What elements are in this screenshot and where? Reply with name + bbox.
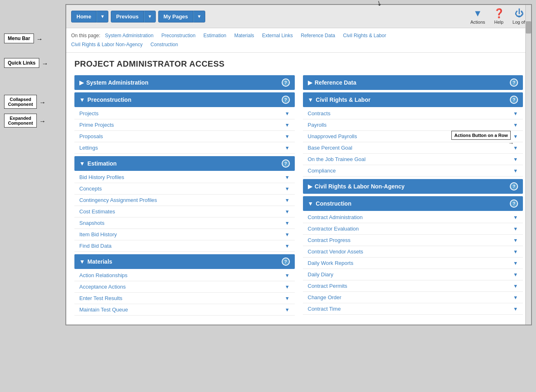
quick-link-materials[interactable]: Materials xyxy=(234,33,254,38)
civil-rights-labor-help[interactable]: ? xyxy=(510,96,518,104)
contract-vendor-assets-link[interactable]: Contract Vendor Assets xyxy=(308,249,363,255)
quick-link-civil-rights-labor-nonagency[interactable]: Civil Rights & Labor Non-Agency xyxy=(71,42,143,47)
change-order-link[interactable]: Change Order xyxy=(308,294,341,300)
projects-link[interactable]: Projects xyxy=(79,110,99,116)
preconstruction-header[interactable]: ▼ Preconstruction ? xyxy=(74,92,295,107)
help-menu-item[interactable]: ❓ Help xyxy=(493,8,505,25)
quick-link-construction[interactable]: Construction xyxy=(150,42,178,47)
daily-diary-link[interactable]: Daily Diary xyxy=(308,271,334,278)
payrolls-action-btn[interactable]: ▼ xyxy=(513,122,518,128)
snapshots-action-btn[interactable]: ▼ xyxy=(285,220,290,226)
civil-rights-labor-nonagency-header[interactable]: ▶ Civil Rights & Labor Non-Agency ? xyxy=(303,179,523,194)
action-relationships-action-btn[interactable]: ▼ xyxy=(285,273,290,278)
preconstruction-help[interactable]: ? xyxy=(282,96,290,104)
proposals-link[interactable]: Proposals xyxy=(79,133,103,139)
enter-test-results-action-btn[interactable]: ▼ xyxy=(285,296,290,301)
unapproved-payrolls-link[interactable]: Unapproved Payrolls xyxy=(308,133,357,139)
contractor-evaluation-link[interactable]: Contractor Evaluation xyxy=(308,226,359,232)
contract-progress-link[interactable]: Contract Progress xyxy=(308,237,351,243)
previous-dropdown[interactable]: ▼ xyxy=(144,11,156,22)
civil-rights-labor-header[interactable]: ▼ Civil Rights & Labor ? xyxy=(303,92,523,107)
find-bid-data-action-btn[interactable]: ▼ xyxy=(285,243,290,249)
on-the-job-trainee-goal-action-btn[interactable]: ▼ xyxy=(513,157,518,162)
base-percent-goal-link[interactable]: Base Percent Goal xyxy=(308,145,352,151)
vertical-scrollbar[interactable] xyxy=(525,5,531,325)
lettings-action-btn[interactable]: ▼ xyxy=(285,145,290,151)
compliance-link[interactable]: Compliance xyxy=(308,168,336,174)
contract-time-action-btn[interactable]: ▼ xyxy=(513,306,518,312)
contract-administration-action-btn[interactable]: ▼ xyxy=(513,215,518,220)
find-bid-data-row: Find Bid Data ▼ xyxy=(74,240,295,252)
item-bid-history-action-btn[interactable]: ▼ xyxy=(285,232,290,237)
quick-link-system-admin[interactable]: System Administration xyxy=(105,33,154,38)
action-relationships-link[interactable]: Action Relationships xyxy=(79,272,128,278)
home-dropdown[interactable]: ▼ xyxy=(96,11,108,22)
lettings-link[interactable]: Lettings xyxy=(79,145,98,151)
bid-history-profiles-action-btn[interactable]: ▼ xyxy=(285,175,290,180)
contracts-link[interactable]: Contracts xyxy=(308,110,331,116)
maintain-test-queue-action-btn[interactable]: ▼ xyxy=(285,307,290,313)
enter-test-results-link[interactable]: Enter Test Results xyxy=(79,295,122,301)
reference-data-help[interactable]: ? xyxy=(510,78,518,87)
quick-link-reference-data[interactable]: Reference Data xyxy=(301,33,335,38)
maintain-test-queue-link[interactable]: Maintain Test Queue xyxy=(79,307,128,313)
quick-link-external-links[interactable]: External Links xyxy=(262,33,293,38)
estimation-header[interactable]: ▼ Estimation ? xyxy=(74,156,295,171)
contract-time-link[interactable]: Contract Time xyxy=(308,306,341,312)
change-order-action-btn[interactable]: ▼ xyxy=(513,295,518,300)
reference-data-header[interactable]: ▶ Reference Data ? xyxy=(303,75,523,90)
cost-estimates-link[interactable]: Cost Estimates xyxy=(79,208,115,215)
construction-header[interactable]: ▼ Construction ? xyxy=(303,196,523,211)
my-pages-button[interactable]: My Pages xyxy=(158,11,193,22)
materials-help[interactable]: ? xyxy=(282,258,290,266)
find-bid-data-link[interactable]: Find Bid Data xyxy=(79,243,112,249)
concepts-action-btn[interactable]: ▼ xyxy=(285,186,290,192)
quick-link-preconstruction[interactable]: Preconstruction xyxy=(161,33,195,38)
actions-menu-item[interactable]: ▼ Actions xyxy=(470,8,485,25)
contingency-action-btn[interactable]: ▼ xyxy=(285,197,290,203)
system-administration-header[interactable]: ▶ System Administration ? xyxy=(74,75,295,90)
quick-link-estimation[interactable]: Estimation xyxy=(204,33,227,38)
contract-administration-link[interactable]: Contract Administration xyxy=(308,214,363,220)
system-administration-help[interactable]: ? xyxy=(282,78,290,87)
contract-permits-action-btn[interactable]: ▼ xyxy=(513,283,518,289)
daily-work-reports-action-btn[interactable]: ▼ xyxy=(513,260,518,266)
previous-button[interactable]: Previous xyxy=(111,11,144,22)
contract-progress-action-btn[interactable]: ▼ xyxy=(513,237,518,243)
home-button-split[interactable]: Home ▼ xyxy=(71,11,108,22)
compliance-action-btn[interactable]: ▼ xyxy=(513,168,518,174)
logoff-menu-item[interactable]: ⏻ Log off xyxy=(513,8,526,25)
projects-action-btn[interactable]: ▼ xyxy=(285,111,290,116)
acceptance-actions-link[interactable]: Acceptance Actions xyxy=(79,284,126,290)
estimation-help[interactable]: ? xyxy=(282,159,290,168)
proposals-action-btn[interactable]: ▼ xyxy=(285,134,290,139)
daily-diary-action-btn[interactable]: ▼ xyxy=(513,272,518,278)
item-bid-history-link[interactable]: Item Bid History xyxy=(79,231,117,237)
my-pages-dropdown[interactable]: ▼ xyxy=(193,11,205,22)
construction-help[interactable]: ? xyxy=(510,199,518,208)
bid-history-profiles-link[interactable]: Bid History Profiles xyxy=(79,174,124,180)
on-the-job-trainee-goal-link[interactable]: On the Job Trainee Goal xyxy=(308,156,366,162)
contract-permits-link[interactable]: Contract Permits xyxy=(308,283,348,289)
contractor-evaluation-action-btn[interactable]: ▼ xyxy=(513,226,518,232)
my-pages-button-split[interactable]: My Pages ▼ xyxy=(158,11,205,22)
cost-estimates-action-btn[interactable]: ▼ xyxy=(285,209,290,215)
quick-link-civil-rights-labor[interactable]: Civil Rights & Labor xyxy=(343,33,386,38)
contingency-link[interactable]: Contingency Assignment Profiles xyxy=(79,197,157,203)
prime-projects-link[interactable]: Prime Projects xyxy=(79,122,114,128)
concepts-row: Concepts ▼ xyxy=(74,183,295,195)
daily-work-reports-link[interactable]: Daily Work Reports xyxy=(308,260,354,266)
concepts-link[interactable]: Concepts xyxy=(79,186,102,192)
acceptance-actions-action-btn[interactable]: ▼ xyxy=(285,284,290,290)
snapshots-link[interactable]: Snapshots xyxy=(79,220,104,226)
civil-rights-labor-nonagency-help[interactable]: ? xyxy=(510,182,518,190)
home-button[interactable]: Home xyxy=(71,11,96,22)
previous-button-split[interactable]: Previous ▼ xyxy=(111,11,156,22)
payrolls-link[interactable]: Payrolls xyxy=(308,122,327,128)
prime-projects-action-btn[interactable]: ▼ xyxy=(285,122,290,128)
materials-header[interactable]: ▼ Materials ? xyxy=(74,254,295,269)
contract-vendor-assets-action-btn[interactable]: ▼ xyxy=(513,249,518,255)
scrollbar-thumb[interactable] xyxy=(526,21,531,34)
unapproved-payrolls-action-btn[interactable]: ▼ xyxy=(513,134,518,139)
contracts-action-btn[interactable]: ▼ xyxy=(513,111,518,116)
